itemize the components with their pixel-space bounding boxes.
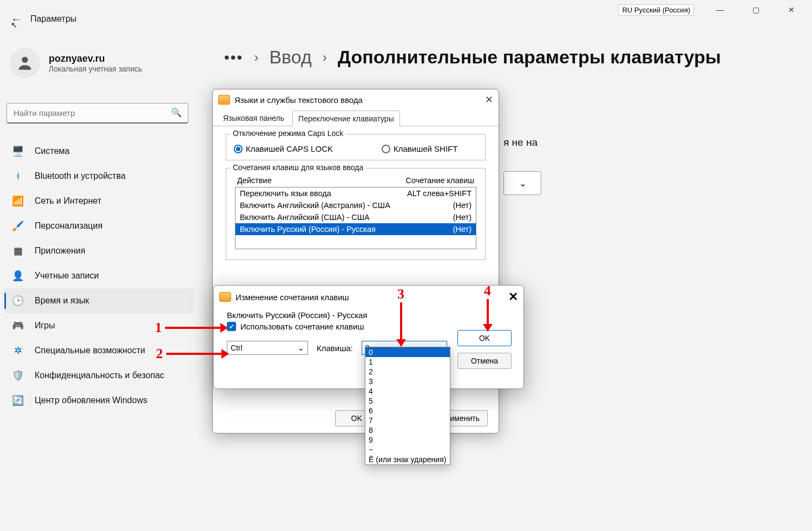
group-hotkeys: Сочетания клавиш для языков ввода Действ… (226, 168, 486, 260)
dropdown-option[interactable]: ~ (365, 445, 450, 455)
cancel-button[interactable]: Отмена (457, 353, 512, 369)
dropdown-option[interactable]: 3 (365, 377, 450, 386)
group-legend: Отключение режима Caps Lock (231, 129, 345, 138)
key-label: Клавиша: (317, 344, 353, 353)
radio-capslock[interactable]: Клавишей CAPS LOCK (234, 144, 333, 153)
sidebar-item-label: Время и язык (35, 296, 89, 306)
dropdown-option[interactable]: Ё (или знак ударения) (365, 455, 450, 464)
dialog-title: Изменение сочетания клавиш (235, 293, 349, 302)
update-icon: 🔄 (12, 394, 24, 406)
dropdown-option[interactable]: 1 (365, 357, 450, 367)
radio-off-icon (382, 145, 390, 153)
checkbox-use-hotkey[interactable]: ✓ (227, 322, 236, 331)
brush-icon: 🖌️ (12, 220, 24, 232)
breadcrumb-more-icon[interactable]: ••• (224, 49, 243, 66)
combo-modifier[interactable]: Ctrl ⌄ (227, 341, 308, 355)
sidebar-item-accessibility[interactable]: ✲Специальные возможности (4, 338, 194, 363)
sidebar-item-label: Конфиденциальность и безопас (35, 371, 164, 380)
tab-keyboard-switching[interactable]: Переключение клавиатуры (292, 111, 400, 126)
combo-key-dropdown[interactable]: 0 1 2 3 4 5 6 7 8 9 ~ Ё (или знак ударен… (365, 347, 450, 465)
dropdown-option[interactable]: 7 (365, 416, 450, 425)
dialog-subtitle: Включить Русский (Россия) - Русская (227, 310, 510, 320)
dropdown-option[interactable]: 9 (365, 435, 450, 445)
sidebar-item-gaming[interactable]: 🎮Игры (4, 313, 194, 338)
sidebar-item-personalization[interactable]: 🖌️Персонализация (4, 213, 194, 238)
sidebar-item-label: Сеть и Интернет (35, 196, 101, 206)
apps-icon: ▦ (12, 245, 24, 257)
sidebar-item-accounts[interactable]: 👤Учетные записи (4, 263, 194, 288)
user-block[interactable]: poznyaev.ru Локальная учетная запись (10, 48, 142, 78)
close-icon[interactable]: ✕ (782, 2, 801, 17)
group-legend: Сочетания клавиш для языков ввода (231, 163, 365, 172)
cursor-icon: ↖ (11, 21, 17, 29)
list-item-selected[interactable]: Включить Русский (Россия) - Русская(Нет) (235, 223, 476, 235)
avatar-icon (10, 48, 40, 78)
sidebar: 🖥️Система ᚼBluetooth и устройства 📶Сеть … (4, 139, 194, 413)
close-icon[interactable]: ✕ (485, 94, 493, 106)
gamepad-icon: 🎮 (12, 320, 24, 332)
sidebar-item-windows-update[interactable]: 🔄Центр обновления Windows (4, 388, 194, 413)
column-header-action: Действие (237, 176, 272, 185)
sidebar-item-label: Персонализация (35, 221, 102, 231)
chevron-right-icon: › (323, 50, 327, 65)
sidebar-item-label: Приложения (35, 246, 86, 256)
sidebar-item-label: Bluetooth и устройства (35, 171, 126, 181)
dialog-icon (218, 95, 230, 105)
svg-point-0 (22, 57, 28, 63)
dialog-title: Языки и службы текстового ввода (234, 95, 363, 105)
ok-button[interactable]: OK (457, 330, 512, 346)
tab-language-bar[interactable]: Языковая панель (217, 110, 290, 126)
user-name: poznyaev.ru (49, 53, 142, 64)
chevron-down-icon: ⌄ (298, 344, 304, 352)
radio-on-icon (234, 145, 243, 153)
group-capslock: Отключение режима Caps Lock Клавишей CAP… (226, 134, 486, 160)
sidebar-item-label: Центр обновления Windows (35, 396, 147, 405)
background-text-fragment: я не на (503, 137, 538, 148)
breadcrumb: ••• › Ввод › Дополнительные параметры кл… (224, 47, 721, 68)
dropdown-option[interactable]: 6 (365, 406, 450, 416)
dropdown-option[interactable]: 5 (365, 396, 450, 406)
checkbox-label: Использовать сочетание клавиш (240, 322, 364, 331)
list-item[interactable]: Включить Английский (Австралия) - США(Не… (235, 199, 476, 211)
clock-icon: 🕒 (12, 295, 24, 307)
sidebar-item-time-language[interactable]: 🕒Время и язык (4, 288, 194, 313)
maximize-icon[interactable]: ▢ (746, 2, 765, 17)
dropdown-option[interactable]: 2 (365, 367, 450, 377)
close-icon[interactable]: ✕ (508, 290, 518, 304)
page-title: Дополнительные параметры клавиатуры (338, 47, 721, 68)
dropdown-option[interactable]: 4 (365, 386, 450, 396)
chevron-right-icon: › (254, 50, 258, 65)
dropdown-option[interactable]: 0 (365, 347, 450, 357)
user-subtitle: Локальная учетная запись (49, 64, 142, 73)
column-header-keys: Сочетание клавиш (405, 176, 474, 185)
search-icon[interactable]: 🔍 (171, 107, 182, 118)
expand-button[interactable]: ⌄ (503, 171, 541, 195)
breadcrumb-level1[interactable]: Ввод (269, 47, 311, 68)
shield-icon: 🛡️ (12, 370, 24, 381)
search-input[interactable] (6, 103, 188, 124)
app-title: Параметры (30, 14, 76, 24)
sidebar-item-label: Учетные записи (35, 271, 99, 281)
sidebar-item-system[interactable]: 🖥️Система (4, 139, 194, 164)
sidebar-item-bluetooth[interactable]: ᚼBluetooth и устройства (4, 164, 194, 189)
radio-shift[interactable]: Клавишей SHIFT (382, 144, 457, 153)
hotkey-listbox[interactable]: Переключить язык вводаALT слева+SHIFT Вк… (235, 187, 476, 249)
system-icon: 🖥️ (12, 145, 24, 157)
wifi-icon: 📶 (12, 195, 24, 207)
sidebar-item-network[interactable]: 📶Сеть и Интернет (4, 189, 194, 213)
sidebar-item-privacy[interactable]: 🛡️Конфиденциальность и безопас (4, 363, 194, 388)
list-item[interactable]: Переключить язык вводаALT слева+SHIFT (235, 187, 476, 199)
sidebar-item-label: Специальные возможности (35, 346, 145, 355)
list-item[interactable]: Включить Английский (США) - США(Нет) (235, 211, 476, 223)
minimize-icon[interactable]: — (710, 2, 730, 17)
dropdown-option[interactable]: 8 (365, 425, 450, 435)
sidebar-item-apps[interactable]: ▦Приложения (4, 238, 194, 263)
dialog-icon (219, 292, 231, 302)
chevron-down-icon: ⌄ (519, 178, 526, 189)
accounts-icon: 👤 (12, 270, 24, 282)
bluetooth-icon: ᚼ (12, 170, 24, 182)
sidebar-item-label: Игры (35, 321, 55, 331)
language-indicator[interactable]: RU Русский (Россия) (618, 4, 694, 16)
accessibility-icon: ✲ (12, 345, 24, 357)
sidebar-item-label: Система (35, 146, 69, 156)
